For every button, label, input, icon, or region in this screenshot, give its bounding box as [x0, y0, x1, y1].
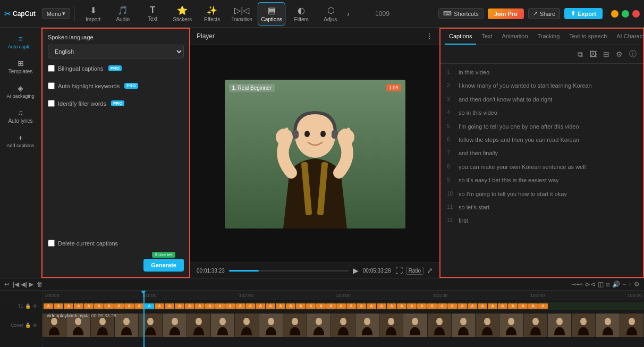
caption-item-11[interactable]: 12 first — [440, 214, 643, 227]
tool-import[interactable]: ⬇ Import — [79, 2, 107, 26]
tool-adjust[interactable]: ⬡ Adjus. — [317, 2, 345, 26]
caption-chip-48: A — [528, 303, 538, 309]
playback-progress-bar[interactable] — [229, 270, 349, 272]
join-pro-label: Join Pro — [494, 11, 518, 17]
tl-merge-button[interactable]: ⊳⊲ — [585, 281, 596, 288]
caption-track[interactable]: const chipColors = ['#e67e22','#e67e22',… — [43, 302, 644, 310]
shortcuts-button[interactable]: ⌨ Shortcuts — [438, 8, 483, 19]
fit-button[interactable]: ⤢ — [427, 266, 433, 275]
identify-filler-checkbox[interactable] — [48, 100, 55, 107]
caption-chip-15: A — [195, 303, 205, 309]
caption-item-7[interactable]: 8 you can make your own Korean sentence … — [440, 160, 643, 174]
svg-point-38 — [316, 318, 322, 325]
tab-text[interactable]: Text — [477, 29, 496, 45]
sidebar-item-ai-packaging[interactable]: ◈ AI packaging — [2, 80, 39, 103]
tool-expand-button[interactable]: › — [347, 10, 350, 18]
share-button[interactable]: ↗ Share — [528, 8, 560, 19]
caption-item-0[interactable]: 1 in this video — [440, 66, 643, 79]
tool-text[interactable]: T Text — [139, 2, 166, 26]
tool-transition[interactable]: ▷|◁ Transition — [228, 2, 256, 26]
export-button[interactable]: ⬆ Export — [564, 8, 603, 19]
columns-icon-button[interactable]: ⊟ — [602, 49, 611, 60]
image-icon-button[interactable]: 🖼 — [588, 49, 598, 60]
caption-item-4[interactable]: 5 I'm going to tell you one by one after… — [440, 120, 643, 133]
video-track[interactable]: const thumbCount = 25; const colors = ['… — [43, 314, 644, 337]
auto-highlight-pro-badge: PRO — [124, 83, 138, 89]
tab-tracking[interactable]: Tracking — [533, 29, 564, 45]
minimize-button[interactable] — [611, 10, 618, 18]
tool-effects[interactable]: ✨ Effects — [198, 2, 226, 26]
tl-plus-button[interactable]: + — [628, 281, 632, 288]
bilingual-checkbox[interactable] — [48, 65, 55, 72]
tl-minus-button[interactable]: − — [622, 281, 626, 288]
tab-text-to-speech[interactable]: Text to speech — [565, 29, 611, 45]
tl-volume-button[interactable]: 🔊 — [612, 281, 620, 288]
sidebar-item-add-captions[interactable]: + Add captions — [2, 129, 39, 153]
caption-item-8[interactable]: 9 so it's easy I bet this is the easiest… — [440, 174, 643, 187]
copy-icon-button[interactable]: ⧉ — [577, 49, 584, 60]
svg-point-58 — [556, 318, 563, 325]
generate-button[interactable]: Generate — [143, 259, 184, 272]
caption-item-1[interactable]: 2 I know many of you wanted to start lea… — [440, 79, 643, 92]
tl-prev-frame-button[interactable]: ◀| — [21, 281, 27, 288]
tool-stickers[interactable]: ⭐ Stickers — [168, 2, 196, 26]
sidebar-item-auto-caption[interactable]: ≡ Auto capti... — [2, 30, 39, 54]
separator — [74, 6, 75, 22]
tl-split-button[interactable]: ⊸⊷ — [571, 281, 583, 288]
info-icon-button[interactable]: ⓘ — [628, 48, 638, 60]
menu-button[interactable]: Menu ▾ — [42, 8, 71, 19]
settings-icon-button[interactable]: ⚙ — [615, 49, 624, 60]
svg-point-28 — [196, 318, 202, 325]
close-button[interactable] — [632, 10, 640, 18]
share-label: Share — [540, 11, 555, 17]
video-thumb-18 — [476, 314, 499, 337]
tl-crop-button[interactable]: ⧇ — [606, 281, 610, 288]
auto-lyrics-icon: ♫ — [18, 108, 23, 117]
svg-point-22 — [123, 318, 130, 325]
player-settings-button[interactable]: ⋮ — [426, 32, 433, 40]
language-select[interactable]: English — [48, 45, 184, 58]
play-button[interactable]: ▶ — [353, 266, 359, 275]
tool-captions[interactable]: ▤ Captions — [258, 2, 285, 26]
track-t1-lock-button[interactable]: 🔒 — [25, 303, 31, 309]
caption-item-2[interactable]: 3 and then don't know what to do right — [440, 93, 643, 106]
caption-item-6[interactable]: 7 and then finally — [440, 147, 643, 160]
auto-highlight-checkbox[interactable] — [48, 82, 55, 89]
caption-chip-8: A — [124, 303, 134, 309]
undo-button[interactable]: ↩ — [4, 281, 10, 288]
timeline-ruler[interactable]: 100:00 101:00 102:00 103:00 104:00 105:0… — [43, 291, 644, 300]
tl-go-start-button[interactable]: |◀ — [13, 281, 19, 288]
fullscreen-button[interactable]: ⛶ — [395, 266, 403, 275]
caption-chip-40: A — [447, 303, 457, 309]
video-thumb-11 — [307, 314, 331, 337]
delete-captions-checkbox[interactable] — [48, 240, 55, 247]
caption-item-10[interactable]: 11 so let's start — [440, 201, 643, 214]
left-sidebar: ≡ Auto capti... ⊞ Templates ◈ AI packagi… — [0, 28, 41, 278]
caption-item-3[interactable]: 4 so in this video — [440, 106, 643, 120]
tab-ai-characters[interactable]: AI Characters AI — [612, 29, 644, 45]
maximize-button[interactable] — [622, 10, 629, 18]
caption-item-9[interactable]: 10 so I'm going to tell you how to start… — [440, 188, 643, 201]
video-thumb-10 — [283, 314, 307, 337]
track-cover-eye-button[interactable]: 👁 — [32, 323, 38, 328]
tl-align-button[interactable]: ◫ — [598, 281, 604, 288]
sidebar-item-templates[interactable]: ⊞ Templates — [2, 55, 39, 79]
tab-animation[interactable]: Animation — [498, 29, 532, 45]
tl-play-button[interactable]: ▶ — [29, 281, 33, 288]
tool-filters[interactable]: ◐ Filters — [287, 2, 315, 26]
join-pro-button[interactable]: Join Pro — [488, 9, 524, 19]
topbar: ✂ CapCut Menu ▾ ⬇ Import 🎵 Audio T Text … — [0, 0, 644, 28]
tab-ai-characters-label: AI Characters — [616, 33, 644, 39]
caption-text-8: so it's easy I bet this is the easiest w… — [459, 176, 559, 184]
tab-captions[interactable]: Captions — [445, 29, 476, 45]
sidebar-item-auto-lyrics[interactable]: ♫ Auto lyrics — [2, 104, 39, 128]
track-cover-lock-button[interactable]: 🔒 — [25, 323, 31, 328]
tl-settings-button[interactable]: ⚙ — [634, 281, 640, 288]
ratio-button[interactable]: Ratio — [406, 267, 423, 275]
sidebar-auto-lyrics-label: Auto lyrics — [8, 118, 32, 124]
right-panel: Captions Text Animation Tracking Text to… — [439, 28, 644, 278]
tl-delete-button[interactable]: 🗑 — [37, 281, 43, 288]
track-t1-eye-button[interactable]: 👁 — [32, 303, 38, 309]
tool-audio[interactable]: 🎵 Audio — [109, 2, 137, 26]
caption-item-5[interactable]: 6 follow the steps and then you can read… — [440, 133, 643, 147]
